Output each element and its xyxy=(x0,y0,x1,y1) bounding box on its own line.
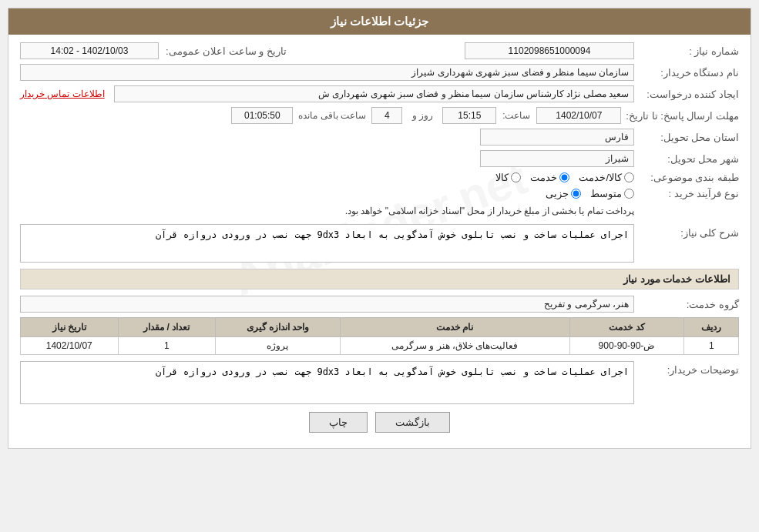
category-kala-option[interactable]: کالا xyxy=(495,172,521,183)
deadline-label: مهلت ارسال پاسخ: تا تاریخ: xyxy=(626,110,739,122)
service-group-value: هنر، سرگرمی و تفریح xyxy=(20,296,634,313)
services-section-title: اطلاعات خدمات مورد نیاز xyxy=(20,269,739,289)
col-qty: تعداد / مقدار xyxy=(118,318,215,337)
purchase-motavaset-option[interactable]: متوسط xyxy=(590,188,634,199)
deadline-days-label: روز و xyxy=(407,110,438,121)
description-textarea[interactable] xyxy=(20,224,634,263)
deadline-date: 1402/10/07 xyxy=(536,107,621,124)
requester-org-value: سازمان سیما منظر و فضای سبز شهری شهرداری… xyxy=(20,64,634,81)
category-khadamat-label: خدمت xyxy=(530,172,557,183)
category-kala-khadamat-option[interactable]: کالا/خدمت xyxy=(579,172,634,183)
category-kala-radio[interactable] xyxy=(511,172,521,182)
table-cell-code: ض-90-90-900 xyxy=(569,337,684,355)
purchase-notice: پرداخت تمام یا بخشی از مبلغ خریدار از مح… xyxy=(345,206,634,216)
category-radio-group: کالا/خدمت خدمت کالا xyxy=(495,172,634,183)
province-value: فارس xyxy=(480,129,634,146)
announcement-value: 1402/10/03 - 14:02 xyxy=(20,42,159,59)
page-title: جزئیات اطلاعات نیاز xyxy=(8,8,751,35)
city-label: شهر محل تحویل: xyxy=(639,153,739,165)
creator-label: ایجاد کننده درخواست: xyxy=(639,89,739,100)
category-kala-khadamat-label: کالا/خدمت xyxy=(579,172,622,183)
col-code: کد خدمت xyxy=(569,318,684,337)
deadline-days: 4 xyxy=(371,107,402,124)
back-button[interactable]: بازگشت xyxy=(375,412,450,433)
table-cell-qty: 1 xyxy=(118,337,215,355)
requester-org-label: نام دستگاه خریدار: xyxy=(639,67,739,79)
col-row: ردیف xyxy=(684,318,739,337)
city-value: شیراز xyxy=(480,150,634,167)
col-unit: واحد اندازه گیری xyxy=(215,318,340,337)
purchase-jozei-option[interactable]: جزیی xyxy=(546,188,581,199)
creator-value: سعید مصلی نژاد کارشناس سازمان سیما منظر … xyxy=(114,85,634,102)
purchase-jozei-radio[interactable] xyxy=(571,189,581,199)
province-label: استان محل تحویل: xyxy=(639,132,739,143)
service-group-label: گروه خدمت: xyxy=(639,299,739,310)
need-number-label: شماره نیاز : xyxy=(639,45,739,57)
purchase-motavaset-label: متوسط xyxy=(590,188,622,199)
announcement-label: تاریخ و ساعت اعلان عمومی: xyxy=(163,45,287,57)
deadline-remaining-label: ساعت باقی مانده xyxy=(297,110,367,121)
services-table: ردیف کد خدمت نام خدمت واحد اندازه گیری ت… xyxy=(20,317,739,355)
table-cell-row: 1 xyxy=(684,337,739,355)
col-name: نام خدمت xyxy=(340,318,569,337)
category-kala-label: کالا xyxy=(495,172,509,183)
table-cell-date: 1402/10/07 xyxy=(21,337,119,355)
category-label: طبقه بندی موضوعی: xyxy=(639,172,739,183)
buyer-description-textarea[interactable] xyxy=(20,361,634,404)
contact-info-link[interactable]: اطلاعات تماس خریدار xyxy=(20,89,105,99)
deadline-time-label: ساعت: xyxy=(501,110,532,121)
deadline-time: 15:15 xyxy=(442,107,496,124)
category-khadamat-radio[interactable] xyxy=(559,172,569,182)
purchase-type-label: نوع فرآیند خرید : xyxy=(639,188,739,199)
purchase-motavaset-radio[interactable] xyxy=(624,189,634,199)
buyer-description-label: توضیحات خریدار: xyxy=(639,361,739,376)
category-kala-khadamat-radio[interactable] xyxy=(624,172,634,182)
description-label: شرح کلی نیاز: xyxy=(639,224,739,239)
col-date: تاریخ نیاز xyxy=(21,318,119,337)
need-number-value: 1102098651000094 xyxy=(465,42,634,59)
button-row: بازگشت چاپ xyxy=(20,412,739,440)
print-button[interactable]: چاپ xyxy=(309,412,368,433)
category-khadamat-option[interactable]: خدمت xyxy=(530,172,569,183)
table-row: 1ض-90-90-900فعالیت‌های خلاق، هنر و سرگرم… xyxy=(21,337,739,355)
deadline-remaining: 01:05:50 xyxy=(231,107,293,124)
table-cell-name: فعالیت‌های خلاق، هنر و سرگرمی xyxy=(340,337,569,355)
purchase-type-radio-group: متوسط جزیی xyxy=(345,188,634,199)
purchase-jozei-label: جزیی xyxy=(546,188,569,199)
table-cell-unit: پروژه xyxy=(215,337,340,355)
